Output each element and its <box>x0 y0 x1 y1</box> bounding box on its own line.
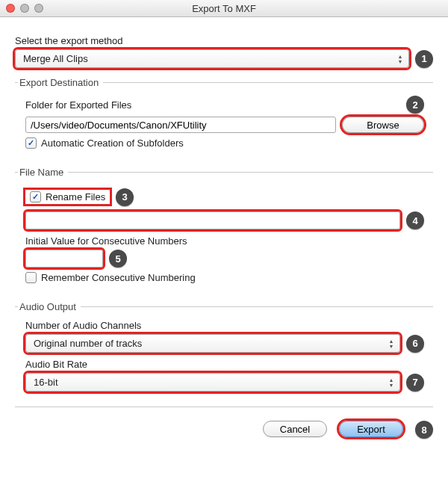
audio-output-legend: Audio Output <box>18 301 81 312</box>
checkbox-icon: ✓ <box>25 272 37 283</box>
remember-numbering-label: Remember Consecutive Numbering <box>41 272 196 283</box>
dialog-buttons: Cancel Export 8 <box>15 421 433 439</box>
annotation-3: 3 <box>116 188 134 206</box>
chevron-updown-icon: ▲▼ <box>386 336 396 350</box>
audio-output-group: Audio Output Number of Audio Channels Or… <box>15 301 433 396</box>
audio-bitrate-value: 16-bit <box>34 377 58 388</box>
annotation-6: 6 <box>406 335 424 353</box>
annotation-5: 5 <box>109 250 127 268</box>
chevron-updown-icon: ▲▼ <box>395 52 405 66</box>
annotation-1: 1 <box>415 50 433 68</box>
export-method-select[interactable]: Merge All Clips ▲▼ <box>15 49 409 68</box>
audio-bitrate-label: Audio Bit Rate <box>25 359 424 370</box>
file-name-group: File Name ✓ Rename Files 3 4 Initial Val… <box>15 167 433 292</box>
cancel-button[interactable]: Cancel <box>263 421 327 437</box>
file-name-input[interactable] <box>25 211 400 229</box>
export-method-value: Merge All Clips <box>23 53 88 64</box>
auto-subfolders-label: Automatic Creation of Subfolders <box>41 137 184 149</box>
chevron-updown-icon: ▲▼ <box>386 375 396 389</box>
file-name-legend: File Name <box>18 167 68 178</box>
initial-value-label: Initial Value for Consecutive Numbers <box>25 235 424 247</box>
audio-channels-value: Original number of tracks <box>34 338 142 349</box>
annotation-4: 4 <box>406 211 424 229</box>
audio-channels-label: Number of Audio Channels <box>25 320 424 331</box>
window-title: Export To MXF <box>0 3 448 14</box>
rename-files-label: Rename Files <box>46 191 105 203</box>
checkbox-icon: ✓ <box>25 137 37 149</box>
titlebar: Export To MXF <box>0 0 448 17</box>
folder-path-input[interactable] <box>25 117 336 133</box>
auto-subfolders-checkbox[interactable]: ✓ Automatic Creation of Subfolders <box>25 137 424 149</box>
annotation-8: 8 <box>415 421 433 439</box>
audio-channels-select[interactable]: Original number of tracks ▲▼ <box>25 334 400 353</box>
dialog-body: Select the export method Merge All Clips… <box>0 17 448 452</box>
separator <box>15 407 433 407</box>
export-destination-legend: Export Destination <box>18 77 103 88</box>
initial-value-input[interactable] <box>25 250 103 268</box>
annotation-7: 7 <box>406 374 424 392</box>
checkbox-icon: ✓ <box>30 191 41 203</box>
export-destination-group: Export Destination Folder for Exported F… <box>15 77 433 158</box>
audio-bitrate-select[interactable]: 16-bit ▲▼ <box>25 373 400 392</box>
export-method-label: Select the export method <box>15 35 433 46</box>
annotation-2: 2 <box>406 96 424 114</box>
export-button[interactable]: Export <box>339 421 403 437</box>
remember-numbering-checkbox[interactable]: ✓ Remember Consecutive Numbering <box>25 272 424 283</box>
folder-label: Folder for Exported Files <box>25 99 131 111</box>
browse-button[interactable]: Browse <box>342 117 424 133</box>
rename-files-checkbox[interactable]: ✓ Rename Files <box>25 190 110 204</box>
